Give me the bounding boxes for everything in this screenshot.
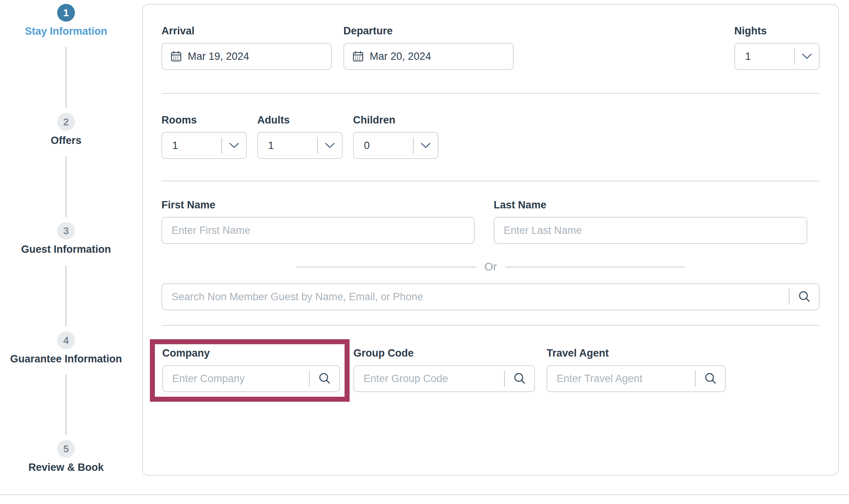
first-name-input[interactable] [162,218,474,243]
rooms-select[interactable]: 1 [161,132,247,159]
search-icon [318,372,331,385]
travel-agent-control [547,365,726,392]
chevron-down-icon [229,142,239,149]
select-divider [794,48,795,64]
departure-label: Departure [343,25,514,37]
company-field-group: Company [162,347,340,392]
company-search-button[interactable] [318,372,331,385]
page-bottom-divider [0,494,849,495]
departure-field-group: Departure Mar 20, 2024 [343,25,514,70]
adults-field-group: Adults 1 [257,114,343,159]
last-name-input[interactable] [494,218,807,243]
last-name-control [494,217,807,244]
first-name-label: First Name [161,199,475,211]
step-label: Guest Information [21,244,111,255]
group-code-label: Group Code [353,347,535,360]
or-separator: Or [161,260,820,273]
children-select[interactable]: 0 [353,132,438,159]
rooms-value: 1 [162,140,221,152]
company-control [162,365,340,392]
travel-agent-field-group: Travel Agent [547,347,726,392]
chevron-down-icon [802,53,812,59]
booking-page: 1 Stay Information 2 Offers 3 Guest Info… [0,0,849,504]
chevron-down-icon [325,142,335,149]
search-divider [789,289,790,305]
guest-search-button[interactable] [798,290,811,303]
stepper-connector [66,47,66,108]
or-line-right [505,267,685,267]
chevron-down-icon [421,142,431,149]
children-value: 0 [354,140,413,152]
select-divider [221,137,222,154]
codes-row: Company Group Code [161,326,820,402]
step-review-book[interactable]: 5 Review & Book [0,440,132,474]
arrival-field-group: Arrival Mar 19, 2024 [161,25,332,70]
travel-agent-label: Travel Agent [547,347,726,360]
nights-value: 1 [735,51,794,63]
arrival-label: Arrival [161,25,332,37]
step-offers[interactable]: 2 Offers [0,113,132,147]
last-name-field-group: Last Name [494,199,807,244]
search-divider [695,370,696,387]
search-divider [504,370,505,387]
step-number-badge: 4 [57,331,75,349]
first-name-control [161,217,475,244]
rooms-label: Rooms [161,114,247,127]
adults-label: Adults [257,114,343,127]
stepper-connector [66,374,66,435]
calendar-icon [170,50,182,63]
first-name-field-group: First Name [161,199,475,244]
search-divider [309,370,310,387]
group-code-field-group: Group Code [353,347,535,392]
travel-agent-input[interactable] [547,366,695,391]
group-code-control [353,365,535,392]
company-label: Company [162,347,340,360]
adults-value: 1 [258,140,317,152]
step-number-badge: 1 [57,4,75,22]
search-icon [513,372,526,385]
search-icon [798,290,811,303]
step-number-badge: 2 [57,113,75,131]
step-label: Review & Book [28,462,104,474]
step-guest-information[interactable]: 3 Guest Information [0,222,132,255]
section-divider [161,181,820,181]
company-input[interactable] [163,366,309,391]
departure-date-value: Mar 20, 2024 [370,51,431,63]
occupancy-row: Rooms 1 Adults 1 [161,114,820,159]
guest-search-control [161,283,820,310]
step-guarantee-information[interactable]: 4 Guarantee Information [0,331,132,365]
guest-search-input[interactable] [162,284,789,310]
dates-row: Arrival Mar 19, 2024 Departure [161,25,820,70]
step-label: Guarantee Information [10,353,122,365]
departure-date-picker[interactable]: Mar 20, 2024 [343,43,514,70]
stepper-connector [66,266,66,326]
select-divider [317,137,318,154]
section-divider [161,93,820,94]
adults-select[interactable]: 1 [257,132,343,159]
guest-name-row: First Name Last Name [161,199,820,244]
group-code-search-button[interactable] [513,372,526,385]
search-icon [704,372,717,385]
step-number-badge: 3 [57,222,75,240]
step-label: Stay Information [25,25,107,37]
or-text: Or [484,260,497,273]
company-field-highlight: Company [150,339,350,402]
rooms-field-group: Rooms 1 [161,114,247,159]
arrival-date-value: Mar 19, 2024 [188,51,249,63]
stepper-connector [66,156,66,217]
travel-agent-search-button[interactable] [704,372,717,385]
booking-stepper: 1 Stay Information 2 Offers 3 Guest Info… [0,0,132,504]
select-divider [413,137,414,154]
arrival-date-picker[interactable]: Mar 19, 2024 [161,43,332,70]
step-number-badge: 5 [57,440,75,458]
nights-select[interactable]: 1 [734,43,820,70]
calendar-icon [352,50,364,63]
step-stay-information[interactable]: 1 Stay Information [0,4,132,37]
group-code-input[interactable] [354,366,504,391]
children-label: Children [353,114,438,127]
or-line-left [296,267,476,267]
stay-information-panel: Arrival Mar 19, 2024 Departure [142,4,839,476]
children-field-group: Children 0 [353,114,438,159]
last-name-label: Last Name [494,199,807,211]
nights-field-group: Nights 1 [734,25,820,70]
